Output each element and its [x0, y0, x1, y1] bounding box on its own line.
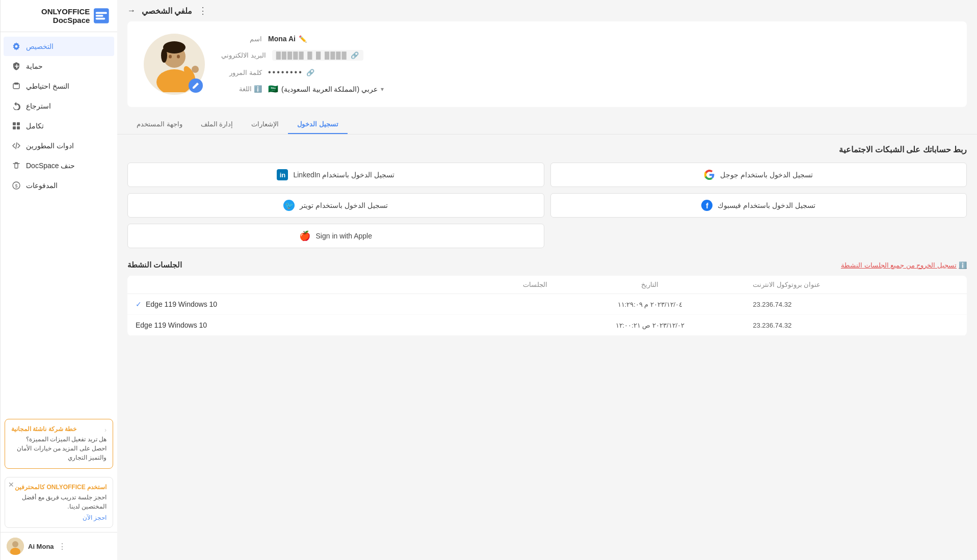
lang-flag-icon: 🇸🇦 — [268, 84, 278, 94]
sidebar-item-integration[interactable]: تكامل — [4, 116, 114, 136]
sidebar-item-restore[interactable]: استرجاع — [4, 96, 114, 116]
payments-icon: $ — [12, 181, 21, 190]
sidebar-user: ⋮ Ai Mona — [1, 532, 117, 560]
backup-icon — [12, 82, 21, 91]
logout-all-sessions-button[interactable]: ℹ️ تسجيل الخروج من جميع الجلسات النشطة — [841, 261, 967, 269]
sessions-col-header-ip: عنوان بروتوكول الانترنت — [753, 281, 959, 288]
edit-name-icon[interactable]: ✏️ — [299, 35, 307, 43]
session-ip: 23.236.74.32 — [753, 322, 959, 329]
edit-email-icon[interactable]: 🔗 — [351, 51, 359, 59]
promo2-text: احجز جلسة تدريب فريق مع أفضل المختصين لد… — [11, 493, 107, 511]
avatar-edit-button[interactable] — [189, 78, 203, 93]
session-date: ٢٠٢٣/١٢/٠٤ م ١١:٢٩:٠٩ — [547, 301, 753, 308]
lang-chevron-icon: ▾ — [381, 86, 384, 93]
facebook-label: تسجيل الدخول باستخدام فيسبوك — [718, 201, 815, 209]
promo2-title: استخدم ONLYOFFICE كالمحترفين — [11, 484, 107, 491]
session-ip: 23.236.74.32 — [753, 301, 959, 308]
promo2-link[interactable]: احجز الآن — [11, 514, 107, 521]
sessions-col-header-session: الجلسات — [136, 281, 547, 288]
email-label: البريد الالكتروني — [221, 51, 266, 59]
email-masked-text: ████ █ █ █████ — [276, 51, 348, 59]
twitter-label: تسجيل الدخول باستخدام تويتر — [300, 201, 388, 209]
profile-email-field: 🔗 ████ █ █ █████ البريد الالكتروني — [221, 50, 950, 61]
sidebar-item-label: حنف DocSpace — [26, 162, 75, 170]
topbar-more-button[interactable]: ⋮ — [198, 5, 207, 16]
sidebar-item-label: ادوات المطورين — [26, 142, 74, 150]
onlyoffice-logo-icon — [94, 8, 109, 24]
promo-box-training: ✕ استخدم ONLYOFFICE كالمحترفين احجز جلسة… — [5, 477, 113, 528]
sidebar-item-label: المدفوعات — [26, 181, 58, 190]
sidebar-item-payments[interactable]: المدفوعات $ — [4, 176, 114, 195]
devtools-icon — [12, 141, 21, 150]
sidebar-item-backup[interactable]: النسخ احتياطي — [4, 76, 114, 96]
profile-password-field: 🔗 •••••••• كلمة المرور — [221, 68, 950, 77]
google-login-button[interactable]: تسجيل الدخول باستخدام جوجل — [550, 163, 967, 187]
svg-rect-9 — [17, 126, 20, 129]
promo2-close-button[interactable]: ✕ — [8, 481, 14, 489]
edit-password-icon[interactable]: 🔗 — [306, 69, 316, 76]
tab-interface[interactable]: واجهة المستخدم — [127, 115, 192, 134]
session-name-col: Edge 119 Windows 10 ✓ — [136, 300, 547, 308]
svg-text:$: $ — [15, 183, 17, 189]
twitter-icon: 🐦 — [283, 200, 295, 211]
svg-rect-5 — [14, 83, 18, 85]
promo-chevron-icon[interactable]: ‹ — [104, 426, 107, 434]
sidebar-item-label: حماية — [26, 62, 43, 70]
svg-rect-7 — [17, 122, 20, 125]
sidebar-item-label: تكامل — [26, 122, 44, 130]
svg-rect-3 — [96, 18, 105, 20]
name-label: اسم — [221, 35, 262, 43]
sidebar-item-devtools[interactable]: ادوات المطورين — [4, 136, 114, 155]
google-label: تسجيل الدخول باستخدام جوجل — [720, 171, 813, 179]
sidebar-item-customize[interactable]: التخصيص — [4, 37, 114, 56]
sessions-table-header: الجلسات التاريخ عنوان بروتوكول الانترنت — [127, 276, 967, 294]
lang-label: ℹ️ اللغة — [221, 85, 262, 93]
svg-rect-1 — [96, 12, 107, 14]
session-row: Edge 119 Windows 10 ٢٠٢٣/١٢/٠٢ ص ١٢:٠٠:٢… — [127, 315, 967, 336]
password-label: كلمة المرور — [221, 69, 262, 76]
sidebar-more-icon[interactable]: ⋮ — [58, 542, 66, 551]
shield-icon — [12, 62, 21, 71]
facebook-icon: f — [701, 200, 712, 211]
tab-file-management[interactable]: إدارة الملف — [192, 115, 243, 134]
info-sessions-icon: ℹ️ — [959, 261, 967, 269]
profile-avatar — [144, 34, 205, 95]
svg-point-20 — [169, 55, 172, 59]
active-session-icon: ✓ — [136, 300, 142, 308]
promo-text: احصل على المزيد من خيارات الأمان والتميز… — [11, 444, 107, 462]
info-icon: ℹ️ — [254, 85, 262, 93]
svg-point-13 — [12, 541, 18, 547]
sessions-header: الجلسات النشطة ℹ️ تسجيل الخروج من جميع ا… — [127, 260, 967, 270]
sidebar-item-security[interactable]: حماية — [4, 57, 114, 76]
profile-lang-value[interactable]: ▾ عربي (المملكة العربية السعودية) 🇸🇦 — [268, 84, 386, 94]
promo-title: خطة شركة ناشئة المجانية — [11, 425, 76, 433]
apple-login-button[interactable]: Sign in with Apple 🍎 — [127, 224, 544, 248]
sidebar-avatar[interactable] — [7, 538, 24, 555]
name-text: Mona Ai — [268, 35, 296, 43]
apple-icon: 🍎 — [299, 230, 310, 242]
sidebar-item-label: التخصيص — [26, 42, 54, 50]
session-row: Edge 119 Windows 10 ✓ ٢٠٢٣/١٢/٠٤ م ١١:٢٩… — [127, 294, 967, 315]
main-content: ⋮ ملفي الشخصي → ✏️ Mona Ai اسم 🔗 ████ █ … — [117, 0, 977, 560]
linkedin-login-button[interactable]: تسجيل الدخول باستخدام LinkedIn in — [127, 163, 544, 187]
restore-icon — [12, 101, 21, 111]
sidebar-item-delete[interactable]: حنف DocSpace — [4, 156, 114, 175]
sidebar-navigation: التخصيص حماية النسخ احتياطي — [1, 32, 117, 415]
facebook-login-button[interactable]: تسجيل الدخول باستخدام فيسبوك f — [550, 193, 967, 218]
session-name-col: Edge 119 Windows 10 — [136, 321, 547, 329]
tab-notifications[interactable]: الإشعارات — [242, 115, 288, 134]
twitter-login-button[interactable]: تسجيل الدخول باستخدام تويتر 🐦 — [127, 193, 544, 218]
sessions-table: الجلسات التاريخ عنوان بروتوكول الانترنت … — [127, 276, 967, 336]
apple-label: Sign in with Apple — [315, 232, 372, 240]
trash-icon — [12, 161, 21, 170]
sidebar-item-label: النسخ احتياطي — [26, 82, 69, 90]
tab-login[interactable]: تسجيل الدخول — [288, 115, 348, 134]
session-date: ٢٠٢٣/١٢/٠٢ ص ١٢:٠٠:٢١ — [547, 322, 753, 329]
session-name: Edge 119 Windows 10 — [136, 321, 207, 329]
sidebar-username: Ai Mona — [28, 543, 54, 550]
social-section-title: ربط حساباتك على الشبكات الاجتماعية — [127, 145, 967, 154]
sidebar-logo-text: ONLYOFFICE DocSpace — [9, 7, 90, 24]
profile-lang-field: ▾ عربي (المملكة العربية السعودية) 🇸🇦 ℹ️ … — [221, 84, 950, 94]
profile-name-field: ✏️ Mona Ai اسم — [221, 35, 950, 43]
svg-rect-8 — [13, 126, 16, 129]
